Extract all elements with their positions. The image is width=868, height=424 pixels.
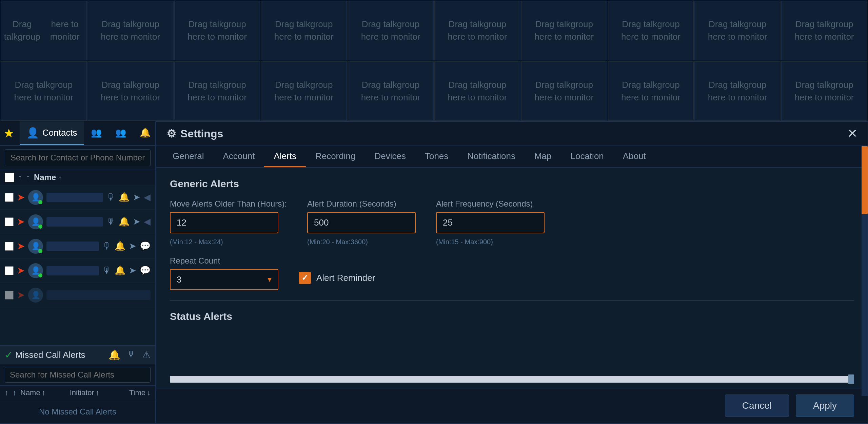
tab-account[interactable]: Account xyxy=(214,146,264,167)
repeat-count-field: Repeat Count 1 2 3 4 5 xyxy=(170,256,278,290)
sort-up-icon2[interactable]: ↑ xyxy=(26,173,30,182)
contacts-search-input[interactable] xyxy=(5,149,151,166)
monitor-cell[interactable]: Drag talkgrouphere to monitor xyxy=(87,1,174,60)
monitor-cell[interactable]: Drag talkgrouphere to monitor xyxy=(87,61,174,121)
cancel-button[interactable]: Cancel xyxy=(725,394,789,417)
location-icon[interactable]: ➤ xyxy=(133,192,140,203)
monitor-cell[interactable]: Drag talkgrouphere to monitor xyxy=(521,61,607,121)
monitor-cell[interactable]: Drag talkgrouphere to monitor xyxy=(608,61,694,121)
scroll-thumb[interactable] xyxy=(848,374,854,384)
scroll-track[interactable] xyxy=(170,376,854,383)
monitor-cell[interactable]: Drag talkgrouphere to monitor xyxy=(348,61,434,121)
tab-recording[interactable]: Recording xyxy=(306,146,365,167)
tab-notifications[interactable]: Notifications xyxy=(458,146,525,167)
alert-duration-input[interactable] xyxy=(307,212,416,233)
monitor-cell[interactable]: Drag talkgroup here to monitor xyxy=(1,1,87,60)
alert-icon[interactable]: ⚠ xyxy=(142,349,151,361)
bell-icon[interactable]: 🔔 xyxy=(119,216,130,227)
tab-contacts[interactable]: 👤 Contacts xyxy=(20,121,84,145)
mic-icon[interactable]: 🎙 xyxy=(106,216,115,227)
repeat-row: Repeat Count 1 2 3 4 5 xyxy=(170,256,854,290)
tab-group1[interactable]: 👥 xyxy=(84,121,108,145)
settings-footer: Cancel Apply xyxy=(156,388,868,423)
monitor-cell[interactable]: Drag talkgrouphere to monitor xyxy=(521,1,607,60)
monitor-cell[interactable]: Drag talkgrouphere to monitor xyxy=(434,61,520,121)
tab-alerts[interactable]: Alerts xyxy=(264,146,305,167)
more-icon[interactable]: ◀ xyxy=(144,216,151,227)
sort-up-icon[interactable]: ↑ xyxy=(5,388,8,397)
alert-reminder-checkbox[interactable]: ✓ xyxy=(299,272,311,284)
mic-icon[interactable]: 🎙 xyxy=(102,241,111,251)
sort-up-icon2[interactable]: ↑ xyxy=(13,388,16,397)
message-icon[interactable]: 💬 xyxy=(140,265,151,276)
monitor-cell[interactable]: Drag talkgrouphere to monitor xyxy=(348,1,434,60)
tab-group2[interactable]: 👥 xyxy=(108,121,133,145)
contact-actions: 🎙 🔔 ➤ ◀ xyxy=(106,192,151,203)
move-alerts-input[interactable] xyxy=(170,212,278,233)
online-indicator xyxy=(38,273,42,277)
more-icon[interactable]: ◀ xyxy=(144,192,151,203)
list-item: ➤ 👤 🎙 🔔 ➤ ◀ xyxy=(0,210,155,234)
missed-calls-search-input[interactable] xyxy=(5,367,151,383)
tab-map[interactable]: Map xyxy=(525,146,561,167)
bell-icon[interactable]: 🔔 xyxy=(119,192,130,203)
mic-icon[interactable]: 🎙 xyxy=(102,265,111,276)
contact-checkbox[interactable] xyxy=(5,242,14,251)
contact-checkbox[interactable] xyxy=(5,193,14,202)
repeat-count-select[interactable]: 1 2 3 4 5 xyxy=(170,269,278,290)
contact-name xyxy=(46,290,151,300)
vertical-scrollbar[interactable] xyxy=(862,146,868,396)
monitor-cell[interactable]: Drag talkgrouphere to monitor xyxy=(781,1,867,60)
monitor-cell[interactable]: Drag talkgrouphere to monitor xyxy=(694,61,781,121)
settings-close-button[interactable]: ✕ xyxy=(847,127,857,141)
settings-tabs: General Account Alerts Recording Devices… xyxy=(156,146,868,168)
contact-checkbox[interactable] xyxy=(5,217,14,226)
favorites-tab[interactable]: ★ xyxy=(3,126,14,140)
no-missed-calls-message: No Missed Call Alerts xyxy=(0,400,155,423)
monitor-cell[interactable]: Drag talkgrouphere to monitor xyxy=(174,1,260,60)
tab-tones[interactable]: Tones xyxy=(415,146,458,167)
location-icon[interactable]: ➤ xyxy=(133,216,140,227)
alert-duration-field: Alert Duration (Seconds) (Min:20 - Max:3… xyxy=(307,199,416,246)
bell-icon[interactable]: 🔔 xyxy=(115,265,125,276)
bell-icon[interactable]: 🔔 xyxy=(115,241,125,251)
message-icon[interactable]: 💬 xyxy=(140,241,151,251)
monitor-cell[interactable]: Drag talkgrouphere to monitor xyxy=(261,1,347,60)
location-icon[interactable]: ➤ xyxy=(129,265,136,276)
monitor-cell[interactable]: Drag talkgrouphere to monitor xyxy=(1,61,87,121)
monitor-cell[interactable]: Drag talkgrouphere to monitor xyxy=(174,61,260,121)
contact-checkbox[interactable] xyxy=(5,291,14,300)
avatar: 👤 xyxy=(28,239,43,254)
monitor-cell[interactable]: Drag talkgrouphere to monitor xyxy=(608,1,694,60)
missed-calls-header: ✓ Missed Call Alerts 🔔 🎙 ⚠ xyxy=(0,346,155,364)
check-icon: ✓ xyxy=(301,273,308,283)
alert-duration-label: Alert Duration (Seconds) xyxy=(307,199,416,209)
tab-group3[interactable]: 🔔 xyxy=(133,121,157,145)
tab-devices[interactable]: Devices xyxy=(365,146,415,167)
monitor-cell[interactable]: Drag talkgrouphere to monitor xyxy=(434,1,520,60)
sort-up-icon[interactable]: ↑ xyxy=(18,173,22,182)
apply-button[interactable]: Apply xyxy=(796,394,854,417)
alert-frequency-input[interactable] xyxy=(436,212,545,233)
contact-name xyxy=(46,193,103,202)
monitor-cell[interactable]: Drag talkgrouphere to monitor xyxy=(694,1,781,60)
missed-calls-search-bar xyxy=(0,364,155,386)
online-indicator xyxy=(38,249,42,253)
mic-icon[interactable]: 🎙 xyxy=(127,349,135,361)
tab-location[interactable]: Location xyxy=(561,146,613,167)
location-icon[interactable]: ➤ xyxy=(129,241,136,251)
call-arrow-icon: ➤ xyxy=(17,240,25,252)
contact-actions: 🎙 🔔 ➤ 💬 xyxy=(102,241,151,251)
contact-checkbox[interactable] xyxy=(5,266,14,275)
contact-name xyxy=(46,242,99,251)
monitor-cell[interactable]: Drag talkgrouphere to monitor xyxy=(781,61,867,121)
avatar: 👤 xyxy=(28,288,43,303)
bell-icon[interactable]: 🔔 xyxy=(108,349,120,361)
scrollbar-thumb[interactable] xyxy=(862,146,868,214)
generic-alerts-fields: Move Alerts Older Than (Hours): (Min:12 … xyxy=(170,199,854,246)
monitor-cell[interactable]: Drag talkgrouphere to monitor xyxy=(261,61,347,121)
mic-icon[interactable]: 🎙 xyxy=(106,192,115,203)
select-all-checkbox[interactable] xyxy=(5,173,14,182)
tab-general[interactable]: General xyxy=(163,146,214,167)
tab-about[interactable]: About xyxy=(613,146,655,167)
